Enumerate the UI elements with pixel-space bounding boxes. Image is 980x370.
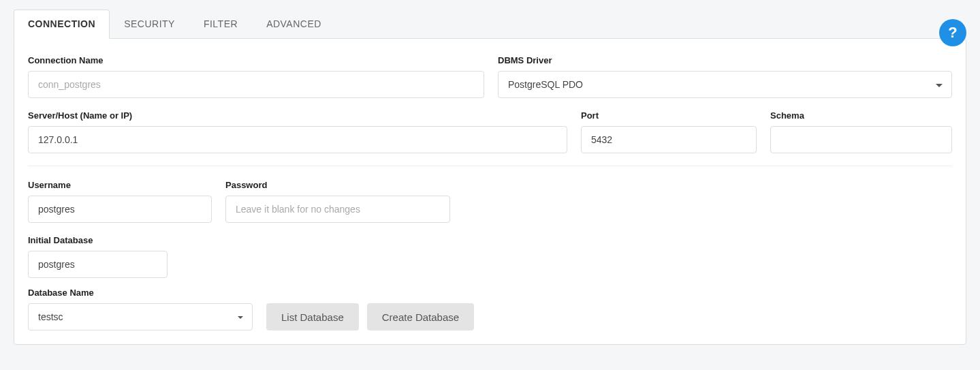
password-input[interactable] bbox=[225, 196, 450, 223]
label-username: Username bbox=[28, 180, 212, 190]
tab-connection[interactable]: CONNECTION bbox=[14, 10, 110, 39]
label-port: Port bbox=[581, 110, 757, 121]
main-container: ? CONNECTION SECURITY FILTER ADVANCED Co… bbox=[14, 10, 966, 345]
tab-advanced[interactable]: ADVANCED bbox=[252, 10, 336, 38]
label-database-name: Database Name bbox=[28, 288, 253, 298]
label-initial-database: Initial Database bbox=[28, 235, 168, 245]
help-button[interactable]: ? bbox=[939, 19, 966, 46]
create-database-button[interactable]: Create Database bbox=[367, 303, 474, 330]
database-name-value: testsc bbox=[38, 311, 63, 322]
schema-input[interactable] bbox=[770, 126, 952, 153]
field-username: Username bbox=[28, 180, 212, 223]
field-initial-database: Initial Database bbox=[28, 235, 168, 278]
username-input[interactable] bbox=[28, 196, 212, 223]
section-divider bbox=[28, 166, 952, 166]
field-dbms-driver: DBMS Driver PostgreSQL PDO bbox=[498, 55, 952, 98]
server-host-input[interactable] bbox=[28, 126, 567, 153]
connection-name-input[interactable] bbox=[28, 71, 484, 98]
field-server-host: Server/Host (Name or IP) bbox=[28, 110, 567, 153]
database-buttons: List Database Create Database bbox=[266, 288, 474, 330]
tab-security[interactable]: SECURITY bbox=[110, 10, 189, 38]
tab-bar: CONNECTION SECURITY FILTER ADVANCED bbox=[14, 10, 966, 38]
connection-panel: Connection Name DBMS Driver PostgreSQL P… bbox=[14, 38, 966, 345]
label-server-host: Server/Host (Name or IP) bbox=[28, 110, 567, 121]
dbms-driver-value: PostgreSQL PDO bbox=[508, 79, 583, 90]
field-database-name: Database Name testsc bbox=[28, 288, 253, 330]
label-schema: Schema bbox=[770, 110, 952, 121]
tab-filter[interactable]: FILTER bbox=[189, 10, 252, 38]
field-schema: Schema bbox=[770, 110, 952, 153]
initial-database-input[interactable] bbox=[28, 251, 168, 278]
port-input[interactable] bbox=[581, 126, 757, 153]
list-database-button[interactable]: List Database bbox=[266, 303, 359, 330]
label-dbms-driver: DBMS Driver bbox=[498, 55, 952, 65]
database-name-select[interactable]: testsc bbox=[28, 303, 253, 330]
help-icon: ? bbox=[948, 24, 957, 42]
field-password: Password bbox=[225, 180, 450, 223]
field-connection-name: Connection Name bbox=[28, 55, 484, 98]
field-port: Port bbox=[581, 110, 757, 153]
label-connection-name: Connection Name bbox=[28, 55, 484, 65]
dbms-driver-select[interactable]: PostgreSQL PDO bbox=[498, 71, 952, 98]
label-password: Password bbox=[225, 180, 450, 190]
